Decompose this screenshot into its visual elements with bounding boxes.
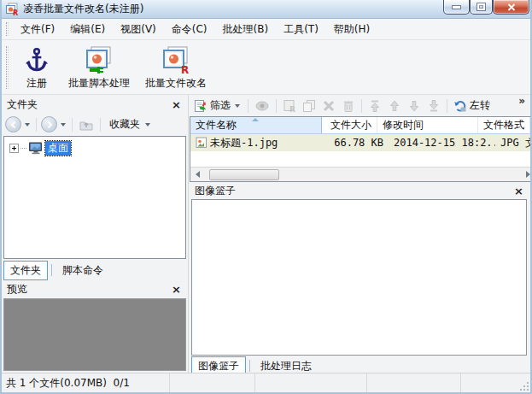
scroll-left-icon [196, 171, 200, 178]
batch-rename-label: 批量文件改名 [145, 76, 207, 91]
register-button[interactable]: 注册 [13, 43, 61, 92]
file-size-cell: 66.78 KB [330, 137, 389, 149]
rotate-left-label: 左转 [470, 98, 490, 113]
file-format: JPG 文件 [500, 136, 530, 150]
move-up-icon [388, 99, 401, 113]
view-button[interactable] [252, 97, 272, 115]
batch-script-button[interactable]: 批量脚本处理 [61, 43, 137, 92]
maximize-button[interactable] [470, 0, 493, 15]
column-modified-label: 修改时间 [383, 118, 424, 132]
svg-text:R: R [13, 9, 18, 16]
menu-command[interactable]: 命令(C) [164, 19, 215, 40]
preview-panel-header: 预览 × [2, 279, 188, 297]
tab-separator [249, 360, 250, 372]
toolbar-separator [276, 99, 277, 113]
resize-grip[interactable] [519, 381, 529, 391]
tab-script-commands[interactable]: 脚本命令 [56, 261, 110, 280]
tree-connector [20, 148, 26, 149]
scroll-right-button[interactable] [516, 168, 530, 181]
menu-help[interactable]: 帮助(H) [326, 19, 377, 40]
anchor-icon [20, 44, 53, 74]
toolbar-separator [361, 99, 362, 113]
forward-button[interactable] [41, 116, 57, 132]
menubar-gripper[interactable] [6, 22, 9, 36]
copy-icon [302, 99, 316, 113]
move-down-icon [407, 99, 421, 113]
column-header-format[interactable]: 文件格式 [478, 117, 530, 133]
column-header-modified[interactable]: 修改时间 [377, 117, 478, 133]
rotate-left-icon [453, 99, 467, 113]
toolbar-overflow-chevron[interactable]: » [518, 95, 525, 107]
preview-close-icon[interactable]: × [170, 284, 183, 295]
basket-panel-title: 图像篮子 [195, 184, 512, 198]
horizontal-scrollbar[interactable] [190, 167, 530, 181]
favorites-dropdown-icon [145, 123, 150, 126]
file-list-header: 文件名称 文件大小 修改时间 文件格式 [190, 117, 530, 134]
preview-panel-title: 预览 [7, 282, 170, 297]
column-header-name[interactable]: 文件名称 [190, 117, 322, 133]
scrollbar-thumb[interactable] [209, 169, 279, 180]
files-panel: 筛选 R [190, 95, 530, 373]
left-panel-tabs: 文件夹 脚本命令 [3, 259, 110, 279]
nav-separator [36, 118, 37, 132]
forward-icon [45, 121, 54, 129]
back-dropdown-icon[interactable] [25, 123, 30, 126]
file-list: 文件名称 文件大小 修改时间 文件格式 [190, 116, 530, 182]
column-size-label: 文件大小 [330, 118, 371, 132]
file-row[interactable]: 未标题-1.jpg 66.78 KB 2014-12-15 18:2... JP… [190, 134, 530, 151]
folders-panel-header: 文件夹 × [2, 95, 188, 113]
menu-tools[interactable]: 工具(T) [276, 19, 326, 40]
column-name-label: 文件名称 [196, 118, 237, 132]
rotate-left-button[interactable]: 左转 [451, 97, 493, 115]
forward-dropdown-icon[interactable] [61, 123, 66, 126]
batch-rename-button[interactable]: R 批量文件改名 [137, 43, 214, 92]
filter-button[interactable]: 筛选 [191, 97, 244, 115]
expander-icon[interactable] [9, 144, 19, 153]
menu-view[interactable]: 视图(V) [113, 19, 164, 40]
eye-icon [254, 99, 270, 113]
rename-button[interactable]: R [280, 97, 299, 115]
folders-close-icon[interactable]: × [170, 99, 183, 110]
image-basket-area [191, 199, 527, 356]
toolbar-separator [248, 99, 248, 113]
trash-button[interactable] [339, 97, 358, 115]
filter-dropdown-icon [235, 104, 240, 108]
copy-button[interactable] [300, 97, 319, 115]
titlebar: R 凌香批量文件改名(未注册) [2, 0, 530, 19]
close-button[interactable] [493, 0, 529, 15]
file-toolbar: 筛选 R [190, 95, 530, 116]
move-down-button[interactable] [405, 97, 424, 115]
close-icon [507, 3, 516, 11]
file-name-cell: 未标题-1.jpg [190, 136, 330, 150]
back-button[interactable] [5, 116, 21, 132]
favorites-button[interactable]: 收藏夹 [105, 115, 156, 134]
scroll-left-button[interactable] [190, 168, 205, 181]
window-title: 凌香批量文件改名(未注册) [23, 2, 143, 16]
minimize-button[interactable] [443, 0, 470, 15]
toolbar-gripper[interactable] [6, 46, 9, 89]
folders-nav-toolbar: 收藏夹 [2, 113, 188, 136]
tree-item-label[interactable]: 桌面 [45, 141, 71, 156]
column-header-size[interactable]: 文件大小 [322, 117, 377, 133]
folder-tree[interactable]: 桌面 [3, 136, 186, 259]
basket-close-icon[interactable]: × [512, 185, 525, 197]
delete-button[interactable] [319, 97, 338, 115]
status-pane [461, 373, 530, 392]
tab-folders[interactable]: 文件夹 [3, 261, 48, 280]
preview-area [3, 298, 186, 371]
menu-batch[interactable]: 批处理(B) [215, 19, 277, 40]
tree-item-desktop[interactable]: 桌面 [4, 137, 185, 156]
filter-icon [194, 99, 208, 113]
right-panel-tabs: 图像篮子 批处理日志 [191, 356, 319, 374]
scroll-right-icon [526, 171, 530, 178]
move-up-button[interactable] [385, 97, 404, 115]
menu-edit[interactable]: 编辑(E) [62, 19, 113, 40]
move-top-button[interactable] [365, 97, 384, 115]
status-text: 共 1 个文件(0.07MB) 0/1 [6, 376, 130, 391]
file-modified-cell: 2014-12-15 18:2... [389, 137, 495, 149]
up-folder-button[interactable] [77, 118, 96, 132]
move-top-icon [368, 99, 382, 113]
move-bottom-button[interactable] [424, 97, 443, 115]
menu-file[interactable]: 文件(F) [13, 19, 62, 40]
move-bottom-icon [427, 99, 441, 113]
